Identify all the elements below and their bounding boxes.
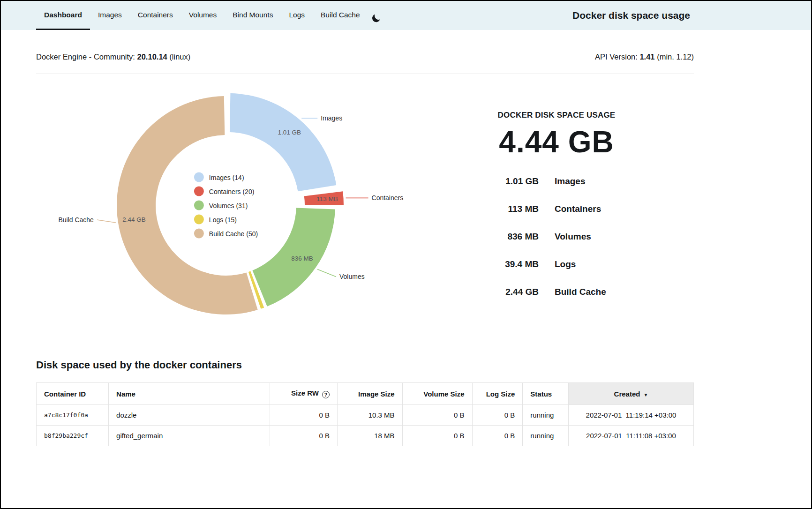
top-nav-bar: DashboardImagesContainersVolumesBind Mou… — [1, 1, 811, 30]
containers-section-heading: Disk space used by the docker containers — [36, 359, 694, 371]
tab-dashboard[interactable]: Dashboard — [36, 1, 90, 30]
tab-bind-mounts[interactable]: Bind Mounts — [225, 1, 281, 30]
summary-label: Volumes — [555, 231, 591, 242]
cell-name: dozzle — [109, 405, 270, 426]
col-header-label: Log Size — [486, 390, 515, 398]
cell-size_rw: 0 B — [270, 405, 338, 426]
summary-label: Build Cache — [555, 286, 606, 298]
table-header-row: Container IDNameSize RW?Image SizeVolume… — [37, 383, 694, 405]
legend-label: Build Cache (50) — [209, 230, 258, 237]
engine-info-row: Docker Engine - Community: 20.10.14 (lin… — [36, 30, 694, 74]
callout-label-build-cache: Build Cache — [58, 216, 94, 224]
summary-label: Images — [555, 175, 585, 187]
cell-id: a7c8c17f0f0a — [37, 405, 109, 426]
cell-image_size: 10.3 MB — [337, 405, 402, 426]
legend-item-images[interactable]: Images (14) — [194, 172, 258, 182]
col-header-label: Name — [116, 390, 135, 398]
col-header-label: Status — [530, 390, 552, 398]
summary-row-containers: 113 MBContainers — [486, 203, 627, 215]
slice-value-build-cache: 2.44 GB — [122, 216, 146, 223]
api-version: 1.41 — [639, 52, 654, 61]
engine-version: 20.10.14 — [137, 52, 167, 61]
col-header-label: Created — [614, 390, 640, 398]
help-icon[interactable]: ? — [322, 391, 330, 398]
col-header-name[interactable]: Name — [109, 383, 270, 405]
cell-log_size: 0 B — [472, 426, 523, 446]
summary-label: Logs — [555, 258, 576, 270]
callout-label-containers: Containers — [372, 194, 404, 202]
summary-size: 1.01 GB — [486, 175, 539, 187]
donut-chart-area: 1.01 GBImages113 MBContainers836 MBVolum… — [36, 78, 458, 340]
table-body: a7c8c17f0f0adozzle0 B10.3 MB0 B0 Brunnin… — [37, 405, 694, 446]
col-header-status[interactable]: Status — [523, 383, 569, 405]
tab-logs[interactable]: Logs — [281, 1, 313, 30]
dashboard-chart-section: 1.01 GBImages113 MBContainers836 MBVolum… — [36, 78, 694, 340]
summary-row-build-cache: 2.44 GBBuild Cache — [486, 286, 627, 298]
summary-row-volumes: 836 MBVolumes — [486, 231, 627, 242]
summary-row-logs: 39.4 MBLogs — [486, 258, 627, 270]
engine-label: Docker Engine - Community: — [36, 52, 135, 61]
api-info: API Version: 1.41 (min. 1.12) — [595, 52, 694, 61]
cell-volume_size: 0 B — [402, 426, 472, 446]
legend-item-containers[interactable]: Containers (20) — [194, 187, 258, 196]
summary-rows: 1.01 GBImages113 MBContainers836 MBVolum… — [477, 175, 636, 298]
col-header-log-size[interactable]: Log Size — [472, 383, 523, 405]
legend-item-volumes[interactable]: Volumes (31) — [194, 201, 258, 210]
col-header-label: Volume Size — [423, 390, 464, 398]
col-header-created[interactable]: Created▼ — [568, 383, 693, 405]
tab-images[interactable]: Images — [90, 1, 130, 30]
sort-desc-icon: ▼ — [643, 392, 648, 397]
slice-value-containers: 113 MB — [316, 195, 338, 202]
legend-label: Volumes (31) — [209, 202, 248, 209]
legend-label: Containers (20) — [209, 187, 255, 195]
tab-build-cache[interactable]: Build Cache — [313, 1, 368, 30]
containers-table: Container IDNameSize RW?Image SizeVolume… — [36, 382, 694, 446]
cell-status: running — [523, 405, 569, 426]
legend-label: Images (14) — [209, 173, 244, 181]
col-header-volume-size[interactable]: Volume Size — [402, 383, 472, 405]
slice-value-volumes: 836 MB — [291, 255, 313, 262]
engine-platform: (linux) — [169, 52, 190, 61]
summary-size: 39.4 MB — [486, 258, 539, 270]
legend-item-build-cache[interactable]: Build Cache (50) — [194, 229, 258, 239]
legend-dot — [194, 201, 204, 210]
callout-line-build-cache — [97, 220, 116, 223]
legend-item-logs[interactable]: Logs (15) — [194, 215, 258, 225]
cell-log_size: 0 B — [472, 405, 523, 426]
moon-icon — [374, 11, 383, 20]
disk-usage-summary: DOCKER DISK SPACE USAGE 4.44 GB 1.01 GBI… — [477, 78, 636, 340]
col-header-label: Size RW — [291, 389, 319, 397]
tab-containers[interactable]: Containers — [130, 1, 181, 30]
nav-tabs: DashboardImagesContainersVolumesBind Mou… — [36, 1, 368, 30]
summary-size: 113 MB — [486, 203, 539, 215]
cell-id: b8f29ba229cf — [37, 426, 109, 446]
table-row: b8f29ba229cfgifted_germain0 B18 MB0 B0 B… — [37, 426, 694, 446]
col-header-size-rw[interactable]: Size RW? — [270, 383, 338, 405]
col-header-label: Container ID — [44, 390, 86, 398]
col-header-label: Image Size — [358, 390, 395, 398]
slice-value-images: 1.01 GB — [278, 129, 301, 136]
cell-status: running — [523, 426, 569, 446]
legend-dot — [194, 229, 204, 239]
theme-toggle[interactable] — [375, 1, 389, 30]
main-content: Docker Engine - Community: 20.10.14 (lin… — [1, 30, 811, 446]
app-title: Docker disk space usage — [572, 10, 690, 21]
cell-created: 2022-07-01 11:19:14 +03:00 — [568, 405, 693, 426]
col-header-image-size[interactable]: Image Size — [337, 383, 402, 405]
summary-heading: DOCKER DISK SPACE USAGE — [477, 111, 636, 120]
app-window: DashboardImagesContainersVolumesBind Mou… — [0, 0, 812, 509]
callout-line-volumes — [317, 269, 336, 277]
engine-info: Docker Engine - Community: 20.10.14 (lin… — [36, 52, 190, 61]
cell-name: gifted_germain — [109, 426, 270, 446]
legend-dot — [194, 187, 204, 196]
col-header-container-id[interactable]: Container ID — [37, 383, 109, 405]
tab-volumes[interactable]: Volumes — [181, 1, 225, 30]
legend-label: Logs (15) — [209, 216, 237, 223]
chart-legend: Images (14)Containers (20)Volumes (31)Lo… — [194, 172, 258, 239]
callout-label-volumes: Volumes — [339, 273, 365, 280]
api-min: (min. 1.12) — [657, 52, 694, 61]
table-row: a7c8c17f0f0adozzle0 B10.3 MB0 B0 Brunnin… — [37, 405, 694, 426]
cell-created: 2022-07-01 11:11:08 +03:00 — [568, 426, 693, 446]
summary-total: 4.44 GB — [477, 125, 636, 159]
legend-dot — [194, 215, 204, 225]
